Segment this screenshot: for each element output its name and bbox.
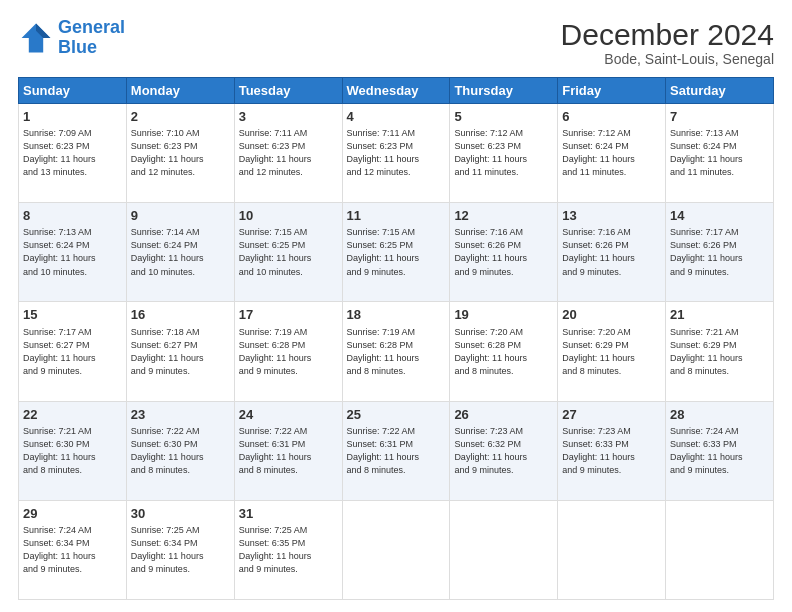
day-number: 28 — [670, 406, 769, 424]
day-detail: Sunrise: 7:12 AM Sunset: 6:23 PM Dayligh… — [454, 127, 553, 179]
calendar-week-3: 15Sunrise: 7:17 AM Sunset: 6:27 PM Dayli… — [19, 302, 774, 401]
day-number: 21 — [670, 306, 769, 324]
day-number: 9 — [131, 207, 230, 225]
day-detail: Sunrise: 7:25 AM Sunset: 6:34 PM Dayligh… — [131, 524, 230, 576]
day-number: 7 — [670, 108, 769, 126]
day-number: 18 — [347, 306, 446, 324]
day-detail: Sunrise: 7:22 AM Sunset: 6:31 PM Dayligh… — [239, 425, 338, 477]
day-detail: Sunrise: 7:13 AM Sunset: 6:24 PM Dayligh… — [670, 127, 769, 179]
calendar-cell: 30Sunrise: 7:25 AM Sunset: 6:34 PM Dayli… — [126, 500, 234, 599]
calendar-cell: 18Sunrise: 7:19 AM Sunset: 6:28 PM Dayli… — [342, 302, 450, 401]
calendar-header-sunday: Sunday — [19, 78, 127, 104]
day-number: 3 — [239, 108, 338, 126]
day-number: 27 — [562, 406, 661, 424]
day-detail: Sunrise: 7:21 AM Sunset: 6:29 PM Dayligh… — [670, 326, 769, 378]
day-detail: Sunrise: 7:10 AM Sunset: 6:23 PM Dayligh… — [131, 127, 230, 179]
day-detail: Sunrise: 7:18 AM Sunset: 6:27 PM Dayligh… — [131, 326, 230, 378]
day-detail: Sunrise: 7:20 AM Sunset: 6:28 PM Dayligh… — [454, 326, 553, 378]
day-detail: Sunrise: 7:24 AM Sunset: 6:34 PM Dayligh… — [23, 524, 122, 576]
calendar-cell: 4Sunrise: 7:11 AM Sunset: 6:23 PM Daylig… — [342, 104, 450, 203]
page: General Blue December 2024 Bode, Saint-L… — [0, 0, 792, 612]
calendar-cell: 11Sunrise: 7:15 AM Sunset: 6:25 PM Dayli… — [342, 203, 450, 302]
calendar-header-saturday: Saturday — [666, 78, 774, 104]
calendar-cell: 25Sunrise: 7:22 AM Sunset: 6:31 PM Dayli… — [342, 401, 450, 500]
day-detail: Sunrise: 7:11 AM Sunset: 6:23 PM Dayligh… — [239, 127, 338, 179]
main-title: December 2024 — [561, 18, 774, 51]
day-detail: Sunrise: 7:11 AM Sunset: 6:23 PM Dayligh… — [347, 127, 446, 179]
calendar-header-wednesday: Wednesday — [342, 78, 450, 104]
day-detail: Sunrise: 7:15 AM Sunset: 6:25 PM Dayligh… — [347, 226, 446, 278]
calendar-cell: 1Sunrise: 7:09 AM Sunset: 6:23 PM Daylig… — [19, 104, 127, 203]
day-detail: Sunrise: 7:12 AM Sunset: 6:24 PM Dayligh… — [562, 127, 661, 179]
calendar-cell: 14Sunrise: 7:17 AM Sunset: 6:26 PM Dayli… — [666, 203, 774, 302]
logo-icon — [18, 20, 54, 56]
day-number: 8 — [23, 207, 122, 225]
calendar-cell: 31Sunrise: 7:25 AM Sunset: 6:35 PM Dayli… — [234, 500, 342, 599]
calendar-cell: 9Sunrise: 7:14 AM Sunset: 6:24 PM Daylig… — [126, 203, 234, 302]
calendar-header-thursday: Thursday — [450, 78, 558, 104]
day-detail: Sunrise: 7:23 AM Sunset: 6:33 PM Dayligh… — [562, 425, 661, 477]
day-detail: Sunrise: 7:15 AM Sunset: 6:25 PM Dayligh… — [239, 226, 338, 278]
day-detail: Sunrise: 7:20 AM Sunset: 6:29 PM Dayligh… — [562, 326, 661, 378]
day-number: 15 — [23, 306, 122, 324]
day-number: 17 — [239, 306, 338, 324]
day-number: 2 — [131, 108, 230, 126]
day-number: 25 — [347, 406, 446, 424]
day-number: 16 — [131, 306, 230, 324]
calendar-header-tuesday: Tuesday — [234, 78, 342, 104]
calendar-cell: 19Sunrise: 7:20 AM Sunset: 6:28 PM Dayli… — [450, 302, 558, 401]
calendar-week-1: 1Sunrise: 7:09 AM Sunset: 6:23 PM Daylig… — [19, 104, 774, 203]
calendar-cell: 7Sunrise: 7:13 AM Sunset: 6:24 PM Daylig… — [666, 104, 774, 203]
calendar-cell: 12Sunrise: 7:16 AM Sunset: 6:26 PM Dayli… — [450, 203, 558, 302]
day-detail: Sunrise: 7:16 AM Sunset: 6:26 PM Dayligh… — [562, 226, 661, 278]
day-detail: Sunrise: 7:19 AM Sunset: 6:28 PM Dayligh… — [239, 326, 338, 378]
day-detail: Sunrise: 7:24 AM Sunset: 6:33 PM Dayligh… — [670, 425, 769, 477]
day-detail: Sunrise: 7:23 AM Sunset: 6:32 PM Dayligh… — [454, 425, 553, 477]
calendar-cell: 17Sunrise: 7:19 AM Sunset: 6:28 PM Dayli… — [234, 302, 342, 401]
calendar-week-5: 29Sunrise: 7:24 AM Sunset: 6:34 PM Dayli… — [19, 500, 774, 599]
subtitle: Bode, Saint-Louis, Senegal — [561, 51, 774, 67]
calendar-cell: 29Sunrise: 7:24 AM Sunset: 6:34 PM Dayli… — [19, 500, 127, 599]
calendar-cell: 23Sunrise: 7:22 AM Sunset: 6:30 PM Dayli… — [126, 401, 234, 500]
day-detail: Sunrise: 7:09 AM Sunset: 6:23 PM Dayligh… — [23, 127, 122, 179]
day-number: 30 — [131, 505, 230, 523]
calendar-cell — [558, 500, 666, 599]
day-detail: Sunrise: 7:25 AM Sunset: 6:35 PM Dayligh… — [239, 524, 338, 576]
day-number: 14 — [670, 207, 769, 225]
day-number: 29 — [23, 505, 122, 523]
day-detail: Sunrise: 7:22 AM Sunset: 6:31 PM Dayligh… — [347, 425, 446, 477]
calendar-cell: 21Sunrise: 7:21 AM Sunset: 6:29 PM Dayli… — [666, 302, 774, 401]
day-number: 31 — [239, 505, 338, 523]
calendar-cell: 24Sunrise: 7:22 AM Sunset: 6:31 PM Dayli… — [234, 401, 342, 500]
day-detail: Sunrise: 7:17 AM Sunset: 6:26 PM Dayligh… — [670, 226, 769, 278]
calendar-cell: 15Sunrise: 7:17 AM Sunset: 6:27 PM Dayli… — [19, 302, 127, 401]
calendar-body: 1Sunrise: 7:09 AM Sunset: 6:23 PM Daylig… — [19, 104, 774, 600]
calendar-header-row: SundayMondayTuesdayWednesdayThursdayFrid… — [19, 78, 774, 104]
day-number: 5 — [454, 108, 553, 126]
day-detail: Sunrise: 7:13 AM Sunset: 6:24 PM Dayligh… — [23, 226, 122, 278]
logo-line1: General — [58, 17, 125, 37]
day-number: 22 — [23, 406, 122, 424]
day-number: 26 — [454, 406, 553, 424]
calendar-cell: 22Sunrise: 7:21 AM Sunset: 6:30 PM Dayli… — [19, 401, 127, 500]
calendar-table: SundayMondayTuesdayWednesdayThursdayFrid… — [18, 77, 774, 600]
calendar-cell: 28Sunrise: 7:24 AM Sunset: 6:33 PM Dayli… — [666, 401, 774, 500]
day-detail: Sunrise: 7:14 AM Sunset: 6:24 PM Dayligh… — [131, 226, 230, 278]
day-number: 13 — [562, 207, 661, 225]
calendar-cell: 26Sunrise: 7:23 AM Sunset: 6:32 PM Dayli… — [450, 401, 558, 500]
calendar-cell: 13Sunrise: 7:16 AM Sunset: 6:26 PM Dayli… — [558, 203, 666, 302]
day-number: 11 — [347, 207, 446, 225]
logo: General Blue — [18, 18, 125, 58]
day-number: 24 — [239, 406, 338, 424]
calendar-cell: 3Sunrise: 7:11 AM Sunset: 6:23 PM Daylig… — [234, 104, 342, 203]
day-number: 1 — [23, 108, 122, 126]
calendar-cell: 20Sunrise: 7:20 AM Sunset: 6:29 PM Dayli… — [558, 302, 666, 401]
day-detail: Sunrise: 7:19 AM Sunset: 6:28 PM Dayligh… — [347, 326, 446, 378]
calendar-cell — [666, 500, 774, 599]
day-detail: Sunrise: 7:21 AM Sunset: 6:30 PM Dayligh… — [23, 425, 122, 477]
calendar-week-2: 8Sunrise: 7:13 AM Sunset: 6:24 PM Daylig… — [19, 203, 774, 302]
calendar-cell — [342, 500, 450, 599]
day-number: 20 — [562, 306, 661, 324]
day-number: 19 — [454, 306, 553, 324]
calendar-cell: 27Sunrise: 7:23 AM Sunset: 6:33 PM Dayli… — [558, 401, 666, 500]
